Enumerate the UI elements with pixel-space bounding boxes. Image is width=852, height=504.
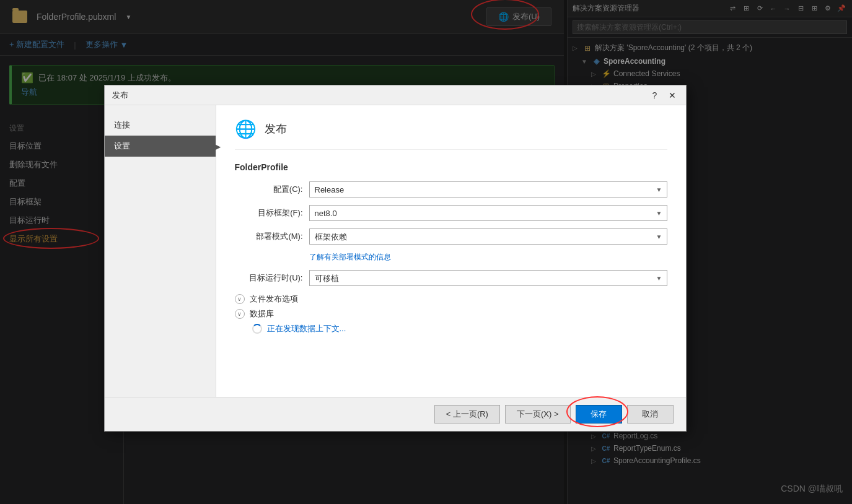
framework-label: 目标框架(F): [235,207,303,219]
save-btn-wrapper: 保存 [576,405,622,424]
form-row-framework: 目标框架(F): net8.0 net7.0 [235,205,667,221]
form-row-config: 配置(C): Release Debug [235,181,667,198]
save-btn[interactable]: 保存 [576,405,622,424]
modal-main-content: 🌐 发布 FolderProfile 配置(C): Release Debug [216,105,686,397]
deploy-mode-select[interactable]: 框架依赖 自包含 [309,228,667,245]
next-page-btn[interactable]: 下一页(X) > [505,405,571,424]
modal-footer: < 上一页(R) 下一页(X) > 保存 取消 [105,397,686,431]
deploy-info-row: 了解有关部署模式的信息 [235,252,667,263]
framework-select[interactable]: net8.0 net7.0 [309,205,667,221]
modal-header: 🌐 发布 [235,118,667,150]
config-select-wrapper: Release Debug [309,181,667,198]
modal-title: 发布 [112,90,128,101]
modal-header-icon: 🌐 [235,118,257,140]
deploy-mode-label: 部署模式(M): [235,231,303,242]
modal-sidebar-connect[interactable]: 连接 [105,115,216,136]
cancel-btn[interactable]: 取消 [627,405,674,424]
config-label: 配置(C): [235,184,303,195]
file-publish-label: 文件发布选项 [250,293,298,305]
spinner [252,324,262,334]
loading-indicator: 正在发现数据上下文... [252,323,667,334]
form-row-runtime: 目标运行时(U): 可移植 win-x64 [235,270,667,286]
database-arrow: ∨ [235,309,245,319]
modal-titlebar: 发布 ? ✕ [105,85,686,105]
loading-text: 正在发现数据上下文... [267,323,346,334]
runtime-select[interactable]: 可移植 win-x64 [309,270,667,286]
runtime-label: 目标运行时(U): [235,272,303,284]
database-label: 数据库 [250,308,274,319]
profile-name: FolderProfile [235,162,667,172]
modal-controls: ? ✕ [649,89,679,102]
deploy-info-link[interactable]: 了解有关部署模式的信息 [309,253,391,261]
database-section[interactable]: ∨ 数据库 [235,308,667,319]
modal-body: 连接 设置 🌐 发布 FolderProfile 配置(C): Rele [105,105,686,397]
modal-overlay: 发布 ? ✕ 连接 设置 🌐 发布 FolderProfile [0,0,852,504]
runtime-select-wrapper: 可移植 win-x64 [309,270,667,286]
modal-sidebar-settings[interactable]: 设置 [105,136,216,157]
modal-header-title: 发布 [265,121,287,136]
deploy-mode-select-wrapper: 框架依赖 自包含 [309,228,667,245]
modal-left-sidebar: 连接 设置 [105,105,216,397]
publish-modal: 发布 ? ✕ 连接 设置 🌐 发布 FolderProfile [104,85,687,432]
framework-select-wrapper: net8.0 net7.0 [309,205,667,221]
modal-close-btn[interactable]: ✕ [666,89,679,102]
file-publish-section[interactable]: ∨ 文件发布选项 [235,293,667,305]
form-row-deploy-mode: 部署模式(M): 框架依赖 自包含 [235,228,667,245]
prev-page-btn[interactable]: < 上一页(R) [434,405,500,424]
file-publish-arrow: ∨ [235,294,245,304]
modal-help-btn[interactable]: ? [649,89,661,102]
config-select[interactable]: Release Debug [309,181,667,198]
